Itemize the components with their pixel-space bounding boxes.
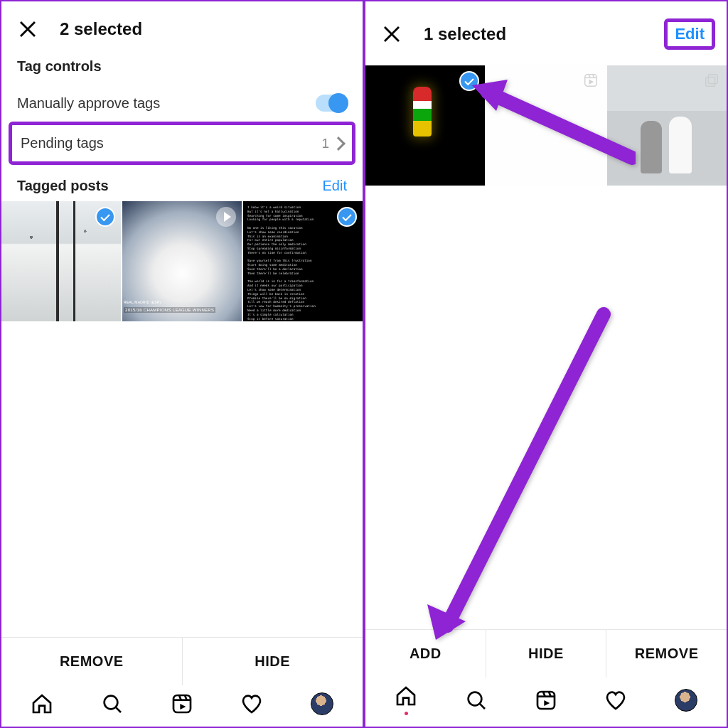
reels-icon[interactable] [535,689,557,712]
tagged-posts-header: Tagged posts Edit [1,165,363,201]
header-title: 2 selected [60,19,142,39]
manually-approve-toggle[interactable] [316,95,347,112]
action-bar: ADD HIDE REMOVE [365,629,727,678]
home-icon [395,685,417,707]
svg-line-3 [116,707,121,712]
search-icon[interactable] [465,689,488,712]
activity-icon[interactable] [240,692,263,715]
selected-check-icon [459,71,479,91]
tagged-posts-grid: I know it's a weird situation But it's n… [1,201,363,321]
chevron-right-icon [331,136,346,151]
thumb-couple-bridge[interactable] [607,65,727,186]
photo-grid [365,65,727,186]
left-screenshot: 2 selected Tag controls Manually approve… [0,0,364,728]
profile-avatar[interactable] [675,689,697,712]
play-icon [216,207,236,227]
reels-icon[interactable] [171,692,193,715]
selected-check-icon [337,207,357,227]
svg-rect-4 [173,695,191,712]
close-icon[interactable] [381,23,402,45]
activity-icon[interactable] [604,689,627,712]
hide-button[interactable]: HIDE [183,638,363,685]
right-screenshot: 1 selected Edit ADD HIDE REMOVE [364,0,728,728]
remove-button[interactable]: REMOVE [606,630,727,678]
thumb-snow-street[interactable] [1,201,121,321]
hide-button[interactable]: HIDE [486,630,607,678]
thumb-poem-text[interactable]: I know it's a weird situation But it's n… [243,201,363,321]
home-tab[interactable] [395,685,417,715]
manually-approve-row[interactable]: Manually approve tags [1,85,363,122]
svg-point-16 [468,692,481,705]
pending-tags-count: 1 [321,136,329,151]
svg-rect-15 [706,77,715,86]
header: 2 selected [1,1,363,54]
tagged-posts-edit-link[interactable]: Edit [323,178,347,194]
tag-controls-label: Tag controls [1,54,363,85]
header-title: 1 selected [424,24,506,44]
profile-avatar[interactable] [311,692,333,715]
close-icon[interactable] [17,18,38,40]
header: 1 selected Edit [365,1,727,64]
manually-approve-label: Manually approve tags [17,95,316,112]
bottom-nav [365,678,727,727]
multi-post-icon [704,73,719,88]
svg-line-17 [480,704,485,709]
svg-rect-14 [708,75,717,84]
svg-rect-10 [585,75,597,87]
selected-check-icon [95,207,115,227]
svg-rect-18 [537,692,555,709]
tagged-posts-label: Tagged posts [17,178,323,194]
thumb-blank-reel[interactable] [486,65,606,186]
notification-dot-icon [405,712,408,715]
remove-button[interactable]: REMOVE [1,638,183,685]
add-button[interactable]: ADD [365,630,486,678]
svg-point-2 [104,696,117,710]
pending-tags-row[interactable]: Pending tags 1 [12,125,352,161]
edit-highlight: Edit [664,18,715,50]
edit-button[interactable]: Edit [675,25,705,43]
home-icon[interactable] [31,692,53,715]
action-bar: REMOVE HIDE [1,637,363,685]
thumb-smoke-stadium[interactable] [122,201,242,321]
search-icon[interactable] [101,692,124,715]
pending-tags-highlight: Pending tags 1 [9,122,355,165]
thumb-night-figure[interactable] [365,65,485,186]
pending-tags-label: Pending tags [21,135,321,151]
bottom-nav [1,685,363,727]
reels-icon [583,73,599,88]
